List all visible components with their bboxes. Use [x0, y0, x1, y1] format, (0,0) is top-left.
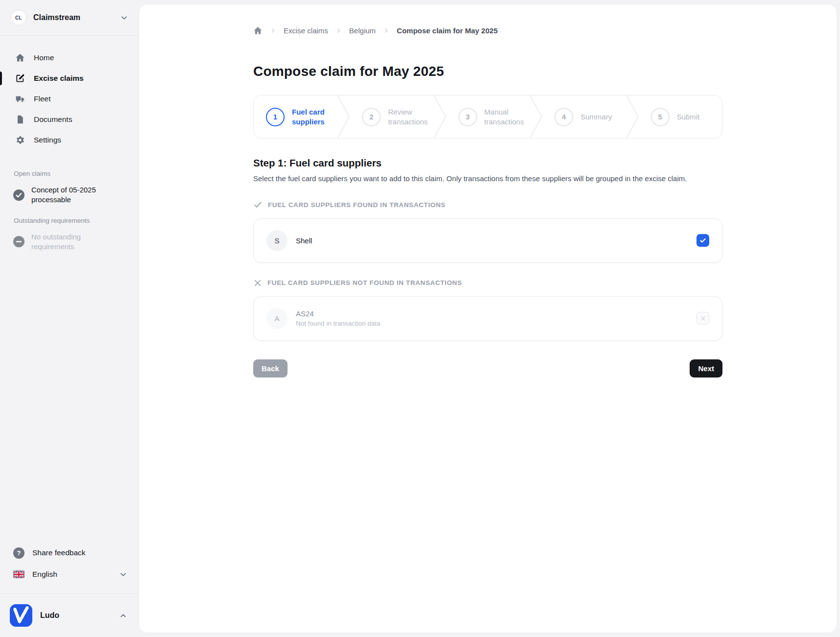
supplier-name: Shell — [296, 236, 312, 245]
step-label: Manual transactions — [484, 107, 529, 126]
chevron-right-icon — [336, 27, 342, 34]
supplier-subtitle: Not found in transaction data — [296, 320, 381, 327]
breadcrumb-item-current: Compose claim for May 2025 — [397, 26, 498, 35]
user-name: Ludo — [40, 611, 59, 620]
found-section-title: FUEL CARD SUPPLIERS FOUND IN TRANSACTION… — [268, 201, 446, 209]
outstanding-requirements-item: No outstanding requirements — [0, 232, 139, 252]
breadcrumb-home-icon[interactable] — [253, 26, 263, 35]
sidebar-item-fleet[interactable]: Fleet — [0, 89, 139, 109]
step-number-badge: 5 — [651, 108, 670, 126]
sidebar-item-settings[interactable]: Settings — [0, 130, 139, 150]
step-separator — [337, 95, 350, 138]
supplier-info: AS24 Not found in transaction data — [296, 309, 381, 327]
breadcrumb-item-belgium[interactable]: Belgium — [349, 26, 376, 35]
page-title: Compose claim for May 2025 — [253, 64, 722, 79]
user-menu[interactable]: Ludo — [0, 594, 139, 637]
step-2-review-transactions[interactable]: 2 Review transactions — [350, 95, 433, 138]
home-icon — [15, 53, 25, 63]
outstanding-requirements-label: Outstanding requirements — [0, 217, 139, 224]
supplier-name: AS24 — [296, 309, 381, 318]
supplier-avatar: S — [266, 230, 288, 251]
sidebar-item-label: Excise claims — [34, 74, 84, 83]
truck-icon — [15, 94, 25, 104]
ludo-logo — [10, 604, 32, 627]
wizard-stepper: 1 Fuel card suppliers 2 Review transacti… — [253, 95, 722, 139]
supplier-card-as24: A AS24 Not found in transaction data — [253, 296, 722, 341]
breadcrumb: Excise claims Belgium Compose claim for … — [253, 26, 722, 35]
main-panel: Excise claims Belgium Compose claim for … — [139, 4, 837, 633]
edit-icon — [15, 73, 25, 83]
step-label: Fuel card suppliers — [292, 107, 337, 126]
step-number-badge: 1 — [266, 108, 285, 126]
check-circle-icon — [13, 189, 24, 201]
sidebar-spacer — [0, 252, 139, 545]
sidebar-item-home[interactable]: Home — [0, 47, 139, 68]
svg-text:?: ? — [17, 549, 21, 557]
open-claims-label: Open claims — [0, 170, 139, 177]
sidebar-item-label: Documents — [34, 115, 72, 124]
chevron-down-icon — [120, 571, 127, 578]
uk-flag-icon — [13, 570, 24, 578]
step-4-summary[interactable]: 4 Summary — [542, 95, 625, 138]
step-label: Review transactions — [388, 107, 433, 126]
step-number-badge: 2 — [362, 108, 381, 126]
minus-circle-icon — [13, 236, 24, 247]
found-section-header: FUEL CARD SUPPLIERS FOUND IN TRANSACTION… — [253, 200, 722, 210]
share-feedback-button[interactable]: ? Share feedback — [0, 545, 139, 560]
step-3-manual-transactions[interactable]: 3 Manual transactions — [446, 95, 529, 138]
sidebar-divider — [0, 35, 139, 36]
workspace-initials: CL — [15, 15, 22, 21]
step-separator — [529, 95, 542, 138]
step-label: Summary — [580, 112, 612, 122]
supplier-initial: A — [274, 314, 279, 323]
step-heading: Step 1: Fuel card suppliers — [253, 157, 722, 169]
step-separator — [433, 95, 446, 138]
x-icon — [700, 315, 706, 322]
next-button[interactable]: Next — [690, 359, 722, 377]
back-button[interactable]: Back — [253, 359, 288, 377]
step-number-badge: 4 — [554, 108, 573, 126]
supplier-initial: S — [274, 236, 279, 245]
chevron-up-icon — [120, 612, 127, 619]
outstanding-requirements-text: No outstanding requirements — [31, 232, 110, 252]
not-found-section-header: FUEL CARD SUPPLIERS NOT FOUND IN TRANSAC… — [253, 279, 722, 287]
workspace-avatar: CL — [11, 10, 26, 25]
chevron-right-icon — [270, 27, 276, 34]
sidebar-item-excise-claims[interactable]: Excise claims — [0, 68, 139, 89]
sidebar-item-label: Fleet — [34, 94, 50, 103]
document-icon — [15, 115, 25, 124]
chevron-right-icon — [383, 27, 389, 34]
open-claim-item[interactable]: Concept of 05-2025 processable — [0, 185, 139, 205]
workspace-switcher[interactable]: CL Claimstream — [0, 7, 139, 28]
open-claim-text: Concept of 05-2025 processable — [31, 185, 122, 205]
question-circle-icon: ? — [13, 547, 24, 559]
supplier-card-shell[interactable]: S Shell — [253, 218, 722, 263]
supplier-checkbox-checked[interactable] — [696, 234, 709, 247]
supplier-info: Shell — [296, 236, 312, 245]
step-description: Select the fuel card suppliers you want … — [253, 173, 716, 185]
step-number-badge: 3 — [458, 108, 477, 126]
step-label: Submit — [677, 112, 700, 122]
share-feedback-label: Share feedback — [32, 548, 86, 557]
sidebar-nav: Home Excise claims Fleet Documents Setti… — [0, 47, 139, 150]
workspace-name: Claimstream — [33, 13, 80, 22]
supplier-checkbox-disabled — [696, 312, 709, 325]
chevron-down-icon — [120, 14, 128, 22]
supplier-avatar: A — [266, 308, 288, 329]
sidebar: CL Claimstream Home Excise claims Fleet — [0, 0, 139, 637]
check-icon — [253, 200, 263, 210]
not-found-section-title: FUEL CARD SUPPLIERS NOT FOUND IN TRANSAC… — [267, 279, 462, 286]
checkmark-icon — [699, 236, 707, 244]
wizard-buttons: Back Next — [253, 359, 722, 377]
step-1-fuel-card-suppliers[interactable]: 1 Fuel card suppliers — [254, 95, 337, 138]
sidebar-item-documents[interactable]: Documents — [0, 109, 139, 130]
step-5-submit[interactable]: 5 Submit — [639, 95, 722, 138]
gear-icon — [15, 135, 25, 145]
language-selector[interactable]: English — [0, 567, 139, 582]
language-label: English — [32, 570, 57, 579]
breadcrumb-item-excise-claims[interactable]: Excise claims — [284, 26, 328, 35]
sidebar-item-label: Settings — [34, 136, 61, 144]
x-icon — [253, 279, 262, 287]
sidebar-item-label: Home — [34, 53, 54, 62]
step-separator — [626, 95, 639, 138]
